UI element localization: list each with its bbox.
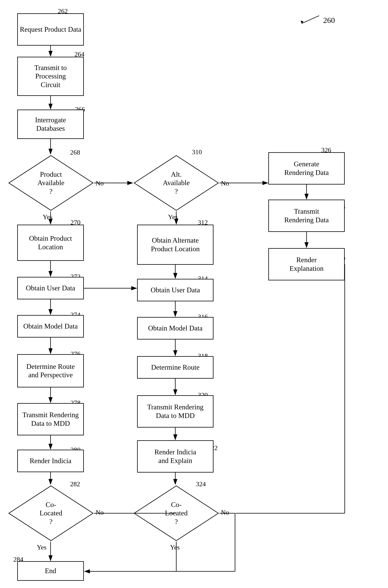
node-transmit-rendering-data-328: TransmitRendering Data [268,200,345,232]
yes-268-label: Yes [43,213,52,221]
node-interrogate-databases: InterrogateDatabases [17,109,84,139]
node-obtain-alternate-product-location: Obtain AlternateProduct Location [137,225,214,265]
no-324-label: No [221,509,229,516]
node-determine-route-318: Determine Route [137,356,214,379]
flowchart-diagram: 260 262 Request Product Data 264 Transmi… [0,0,388,588]
ref-260-arrow [300,14,325,25]
node-request-product-data: Request Product Data [17,13,84,45]
node-render-indicia-280: Render Indicia [17,450,84,472]
node-transmit-rendering-mdd-320: Transmit RenderingData to MDD [137,395,214,428]
node-obtain-user-data-272: Obtain User Data [17,277,84,299]
ref-260-label: 260 [323,16,335,25]
node-render-explanation-330: RenderExplanation [268,248,345,280]
node-render-indicia-explain-322: Render Indiciaand Explain [137,440,214,473]
yes-282-label: Yes [37,544,47,551]
svg-line-0 [302,16,319,23]
node-obtain-product-location: Obtain ProductLocation [17,225,84,261]
node-co-located-282: Co-Located? [8,485,94,542]
node-obtain-user-data-314: Obtain User Data [137,279,214,301]
node-determine-route-perspective: Determine Routeand Perspective [17,354,84,388]
yes-324-label: Yes [170,544,180,551]
node-obtain-model-data-274: Obtain Model Data [17,315,84,338]
node-product-available: ProductAvailable? [8,154,94,211]
node-alt-available-310: Alt.Available? [133,154,219,211]
no-310-label: No [221,180,229,187]
no-282-label: No [96,509,104,516]
node-obtain-model-data-316: Obtain Model Data [137,317,214,340]
no-268-label: No [96,180,104,187]
node-transmit-rendering-mdd-278: Transmit RenderingData to MDD [17,403,84,435]
svg-marker-1 [301,21,304,23]
node-co-located-324: Co-Located? [133,485,219,542]
node-generate-rendering-data-326: GenerateRendering Data [268,152,345,185]
node-end: End [17,561,84,581]
node-transmit-processing-circuit: Transmit toProcessingCircuit [17,57,84,96]
yes-310-label: Yes [168,213,178,221]
